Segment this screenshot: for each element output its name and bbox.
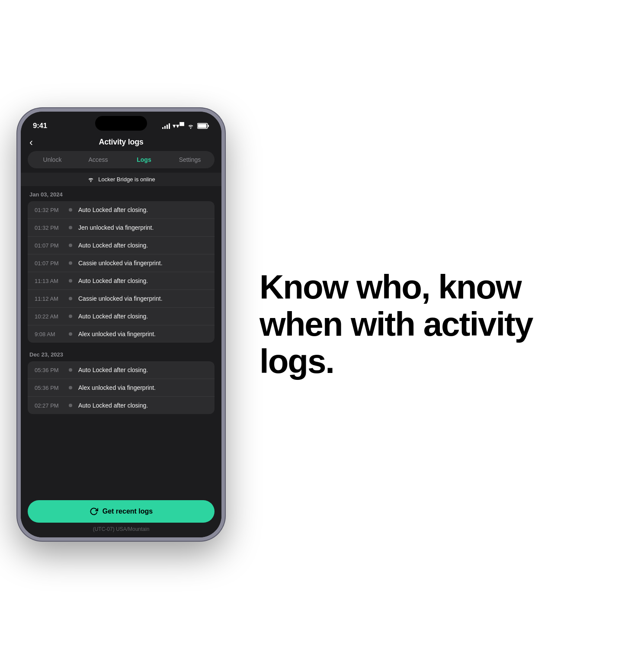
dynamic-island	[95, 116, 147, 131]
log-entry: 01:32 PM Auto Locked after closing.	[28, 201, 215, 219]
svg-rect-1	[198, 124, 207, 128]
timeline-dot	[69, 226, 72, 229]
log-desc: Auto Locked after closing.	[78, 277, 208, 284]
status-icons: ▾▾▀	[162, 122, 209, 130]
date-group-dec: Dec 23, 2023 05:36 PM Auto Locked after …	[21, 346, 221, 418]
log-desc: Auto Locked after closing.	[78, 242, 208, 249]
online-status-bar: Locker Bridge is online	[21, 173, 221, 186]
wifi-status-icon	[187, 123, 195, 129]
get-logs-label: Get recent logs	[103, 508, 153, 515]
log-entries-jan: 01:32 PM Auto Locked after closing. 01:3…	[28, 201, 215, 343]
signal-bar-4	[169, 123, 170, 129]
get-recent-logs-button[interactable]: Get recent logs	[28, 500, 215, 523]
refresh-icon	[90, 507, 98, 516]
log-entry: 11:13 AM Auto Locked after closing.	[28, 272, 215, 290]
timeline-dot	[69, 404, 72, 407]
back-button[interactable]: ‹	[29, 137, 33, 148]
log-entry: 9:08 AM Alex unlocked via fingerprint.	[28, 325, 215, 343]
log-time: 01:32 PM	[35, 225, 63, 231]
log-time: 9:08 AM	[35, 331, 63, 337]
svg-rect-2	[208, 125, 209, 127]
log-entry: 05:36 PM Auto Locked after closing.	[28, 361, 215, 379]
log-time: 05:36 PM	[35, 385, 63, 391]
tab-unlock[interactable]: Unlock	[29, 153, 75, 167]
promo-text: Know who, know when with activity logs.	[260, 269, 609, 380]
timeline-dot	[69, 279, 72, 283]
date-header-jan: Jan 03, 2024	[21, 186, 221, 201]
bottom-area: Get recent logs (UTC-07) USA/Mountain	[21, 493, 221, 537]
online-status-text: Locker Bridge is online	[98, 176, 155, 183]
log-time: 10:22 AM	[35, 313, 63, 320]
log-entry: 01:32 PM Jen unlocked via fingerprint.	[28, 219, 215, 237]
phone-screen: 9:41 ▾▾▀	[21, 112, 221, 537]
tab-logs[interactable]: Logs	[121, 153, 167, 167]
log-entry: 01:07 PM Cassie unlocked via fingerprint…	[28, 254, 215, 272]
log-time: 11:12 AM	[35, 296, 63, 302]
log-desc: Alex unlocked via fingerprint.	[78, 384, 208, 391]
phone-section: 9:41 ▾▾▀	[0, 0, 242, 649]
log-entry: 02:27 PM Auto Locked after closing.	[28, 397, 215, 414]
timeline-dot	[69, 297, 72, 300]
log-desc: Auto Locked after closing.	[78, 206, 208, 213]
scroll-content: Jan 03, 2024 01:32 PM Auto Locked after …	[21, 186, 221, 493]
phone-frame: 9:41 ▾▾▀	[17, 108, 225, 541]
date-header-dec: Dec 23, 2023	[21, 346, 221, 361]
timeline-dot	[69, 208, 72, 212]
log-entries-dec: 05:36 PM Auto Locked after closing. 05:3…	[28, 361, 215, 414]
wifi-icon: ▾▾▀	[173, 122, 184, 130]
signal-bar-2	[164, 126, 166, 129]
log-entry: 10:22 AM Auto Locked after closing.	[28, 308, 215, 325]
signal-bars-icon	[162, 123, 170, 129]
log-time: 11:13 AM	[35, 278, 63, 284]
timeline-dot	[69, 386, 72, 389]
tab-access[interactable]: Access	[75, 153, 121, 167]
status-time: 9:41	[33, 122, 47, 130]
battery-icon	[197, 123, 209, 129]
log-desc: Cassie unlocked via fingerprint.	[78, 295, 208, 302]
log-desc: Auto Locked after closing.	[78, 366, 208, 373]
log-time: 01:07 PM	[35, 260, 63, 267]
timezone-text: (UTC-07) USA/Mountain	[28, 523, 215, 534]
log-time: 01:32 PM	[35, 207, 63, 213]
log-entry: 01:07 PM Auto Locked after closing.	[28, 237, 215, 254]
tab-settings[interactable]: Settings	[167, 153, 213, 167]
app-header: ‹ Activity logs	[21, 134, 221, 151]
timeline-dot	[69, 244, 72, 247]
page-layout: 9:41 ▾▾▀	[0, 0, 644, 649]
timeline-dot	[69, 315, 72, 318]
page-title: Activity logs	[99, 138, 143, 147]
signal-bar-3	[167, 125, 168, 129]
log-desc: Auto Locked after closing.	[78, 402, 208, 409]
text-section: Know who, know when with activity logs.	[242, 243, 644, 406]
signal-bar-1	[162, 127, 163, 129]
timeline-dot	[69, 332, 72, 336]
log-time: 01:07 PM	[35, 242, 63, 249]
timeline-dot	[69, 368, 72, 372]
timeline-dot	[69, 261, 72, 265]
log-entry: 11:12 AM Cassie unlocked via fingerprint…	[28, 290, 215, 308]
log-time: 02:27 PM	[35, 402, 63, 409]
log-time: 05:36 PM	[35, 367, 63, 373]
date-group-jan: Jan 03, 2024 01:32 PM Auto Locked after …	[21, 186, 221, 346]
log-desc: Alex unlocked via fingerprint.	[78, 331, 208, 337]
log-desc: Jen unlocked via fingerprint.	[78, 224, 208, 231]
wifi-online-icon	[87, 177, 95, 182]
tab-bar: Unlock Access Logs Settings	[28, 151, 215, 168]
log-desc: Cassie unlocked via fingerprint.	[78, 260, 208, 267]
log-desc: Auto Locked after closing.	[78, 313, 208, 320]
log-entry: 05:36 PM Alex unlocked via fingerprint.	[28, 379, 215, 397]
